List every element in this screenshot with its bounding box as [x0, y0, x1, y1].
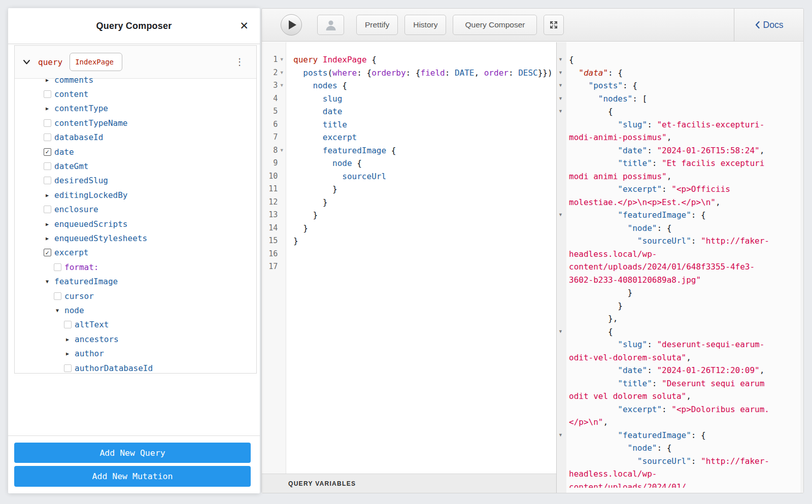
fold-arrow-icon[interactable]: ▼ — [558, 71, 563, 75]
tree-item-ancestors[interactable]: ▶ancestors — [15, 332, 256, 346]
editor-code-line: nodes { — [293, 79, 556, 92]
unchecked-checkbox[interactable] — [44, 133, 51, 141]
tree-item-databaseId[interactable]: databaseId — [15, 130, 256, 145]
tree-item-format[interactable]: format: — [15, 260, 256, 274]
expand-arrow-icon[interactable]: ▶ — [46, 77, 49, 83]
line-number: 5 — [262, 105, 278, 118]
editor-code-line: excerpt — [293, 131, 556, 144]
avatar-button[interactable] — [317, 15, 344, 35]
expand-arrow-icon[interactable]: ▶ — [46, 221, 49, 227]
query-editor[interactable]: query IndexPage { posts(where: {orderby:… — [286, 42, 556, 474]
tree-item-altText[interactable]: altText — [15, 318, 256, 332]
tree-item-control[interactable] — [63, 364, 72, 372]
tree-item-dateGmt[interactable]: dateGmt — [15, 159, 256, 173]
tree-item-control[interactable]: ✓ — [43, 249, 51, 257]
execute-query-button[interactable] — [281, 14, 302, 36]
tree-item-control[interactable] — [53, 263, 61, 271]
response-code-line: "node": { — [569, 222, 800, 235]
close-icon[interactable]: ✕ — [236, 18, 252, 33]
tree-item-control[interactable]: ▶ — [43, 191, 51, 199]
chevron-down-icon[interactable] — [23, 59, 36, 65]
tree-item-author[interactable]: ▶author — [15, 346, 256, 360]
fullscreen-button[interactable] — [544, 15, 564, 35]
tree-item-featuredImage[interactable]: ▼featuredImage — [15, 274, 256, 288]
response-code-line: "featuredImage": { — [569, 429, 800, 442]
expand-arrow-icon[interactable]: ▶ — [46, 106, 49, 111]
unchecked-checkbox[interactable] — [44, 206, 51, 213]
tree-item-contentType[interactable]: ▶contentType — [15, 102, 256, 116]
fold-arrow-icon[interactable]: ▼ — [558, 96, 563, 101]
checked-checkbox[interactable]: ✓ — [44, 148, 51, 156]
tree-item-date[interactable]: ✓date — [15, 145, 256, 159]
fold-arrow-icon[interactable]: ▼ — [558, 83, 563, 88]
response-code-line: "sourceUrl": "http://faker- — [569, 455, 800, 468]
unchecked-checkbox[interactable] — [44, 90, 51, 98]
fold-arrow-icon[interactable]: ▼ — [278, 79, 286, 92]
tree-item-control[interactable]: ▼ — [43, 278, 51, 286]
tree-item-editingLockedBy[interactable]: ▶editingLockedBy — [15, 188, 256, 202]
docs-button[interactable]: Docs — [734, 9, 803, 41]
tree-item-content[interactable]: content — [15, 87, 256, 101]
tree-item-excerpt[interactable]: ✓excerpt — [15, 246, 256, 260]
tree-item-enqueuedStylesheets[interactable]: ▶enqueuedStylesheets — [15, 231, 256, 245]
unchecked-checkbox[interactable] — [54, 292, 61, 300]
unchecked-checkbox[interactable] — [64, 364, 72, 372]
fold-arrow-icon[interactable]: ▼ — [278, 144, 286, 157]
tree-item-control[interactable] — [43, 90, 51, 98]
unchecked-checkbox[interactable] — [54, 263, 61, 271]
tree-item-control[interactable] — [53, 292, 61, 300]
tree-item-control[interactable]: ▶ — [63, 335, 72, 343]
tree-item-contentTypeName[interactable]: contentTypeName — [15, 116, 256, 130]
collapse-arrow-icon[interactable]: ▼ — [46, 279, 49, 284]
response-scrollbar[interactable] — [800, 42, 803, 493]
tree-item-enqueuedScripts[interactable]: ▶enqueuedScripts — [15, 217, 256, 231]
tree-item-comments[interactable]: ▶comments — [15, 73, 256, 87]
tree-item-control[interactable]: ▼ — [53, 306, 61, 314]
history-button[interactable]: History — [404, 15, 446, 35]
tree-item-control[interactable] — [43, 177, 51, 185]
expand-arrow-icon[interactable]: ▶ — [46, 192, 49, 198]
query-variables-bar[interactable]: QUERY VARIABLES — [262, 474, 556, 493]
tree-item-control[interactable] — [63, 321, 72, 329]
add-new-query-button[interactable]: Add New Query — [14, 443, 251, 463]
fold-gutter-spacer — [278, 196, 286, 209]
tree-item-authorDatabaseId[interactable]: authorDatabaseId — [15, 361, 256, 374]
operation-name-input[interactable] — [70, 53, 122, 71]
tree-item-control[interactable] — [43, 206, 51, 214]
fold-arrow-icon[interactable]: ▼ — [278, 53, 286, 66]
tree-item-enclosure[interactable]: enclosure — [15, 203, 256, 217]
line-number: 13 — [262, 209, 278, 222]
add-new-mutation-button[interactable]: Add New Mutation — [14, 466, 251, 487]
tree-item-node[interactable]: ▼node — [15, 303, 256, 317]
tree-item-control[interactable] — [43, 119, 51, 127]
expand-arrow-icon[interactable]: ▶ — [66, 337, 69, 342]
unchecked-checkbox[interactable] — [44, 177, 51, 184]
tree-item-control[interactable] — [43, 162, 51, 171]
unchecked-checkbox[interactable] — [44, 162, 51, 170]
fold-arrow-icon[interactable]: ▼ — [558, 109, 563, 114]
unchecked-checkbox[interactable] — [44, 119, 51, 127]
expand-arrow-icon[interactable]: ▶ — [66, 351, 69, 356]
tree-item-cursor[interactable]: cursor — [15, 289, 256, 303]
expand-arrow-icon[interactable]: ▶ — [46, 236, 49, 241]
fold-arrow-icon[interactable]: ▼ — [558, 433, 563, 438]
checked-checkbox[interactable]: ✓ — [44, 249, 51, 256]
tree-item-control[interactable]: ▶ — [63, 350, 72, 358]
fold-arrow-icon[interactable]: ▼ — [278, 66, 286, 80]
tree-item-control[interactable] — [43, 133, 51, 142]
tree-item-label: enqueuedStylesheets — [54, 233, 147, 243]
fold-arrow-icon[interactable]: ▼ — [558, 57, 563, 62]
fold-arrow-icon[interactable]: ▼ — [558, 329, 563, 334]
kebab-menu-icon[interactable]: ⋮ — [231, 56, 248, 68]
tree-item-control[interactable]: ▶ — [43, 76, 51, 84]
unchecked-checkbox[interactable] — [64, 321, 72, 328]
prettify-button[interactable]: Prettify — [356, 15, 398, 35]
tree-item-control[interactable]: ▶ — [43, 105, 51, 113]
tree-item-desiredSlug[interactable]: desiredSlug — [15, 174, 256, 188]
query-composer-button[interactable]: Query Composer — [453, 15, 537, 35]
tree-item-control[interactable]: ▶ — [43, 220, 51, 228]
fold-arrow-icon[interactable]: ▼ — [558, 213, 563, 217]
tree-item-control[interactable]: ▶ — [43, 234, 51, 242]
tree-item-control[interactable]: ✓ — [43, 148, 51, 156]
collapse-arrow-icon[interactable]: ▼ — [56, 308, 59, 313]
